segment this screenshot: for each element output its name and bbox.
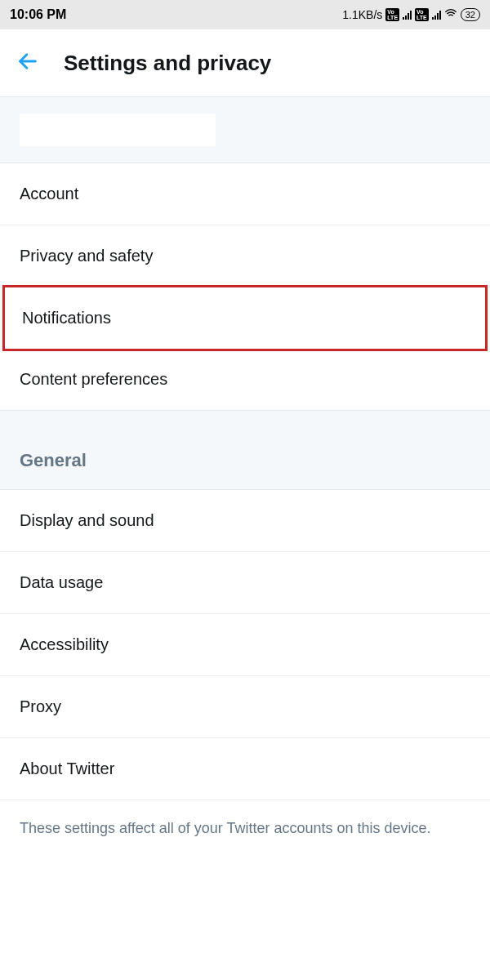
settings-item-about[interactable]: About Twitter: [0, 738, 490, 800]
signal-bars-icon-1: [403, 10, 412, 20]
network-speed: 1.1KB/s: [342, 8, 382, 21]
username-section: [0, 96, 490, 163]
settings-item-display-sound[interactable]: Display and sound: [0, 490, 490, 552]
settings-item-privacy[interactable]: Privacy and safety: [0, 225, 490, 287]
settings-item-content-preferences[interactable]: Content preferences: [0, 349, 490, 410]
wifi-icon: [444, 7, 457, 23]
settings-item-notifications[interactable]: Notifications: [2, 285, 488, 351]
status-bar: 10:06 PM 1.1KB/s VoLTE VoLTE 32: [0, 0, 490, 29]
volte-icon-2: VoLTE: [415, 8, 429, 21]
status-indicators: 1.1KB/s VoLTE VoLTE 32: [342, 7, 480, 23]
footer-note: These settings affect all of your Twitte…: [0, 800, 490, 857]
back-arrow-icon[interactable]: [16, 50, 39, 76]
settings-list-1: Account Privacy and safety Notifications…: [0, 163, 490, 410]
status-time: 10:06 PM: [10, 7, 66, 22]
settings-item-data-usage[interactable]: Data usage: [0, 552, 490, 614]
page-title: Settings and privacy: [64, 51, 271, 76]
volte-icon-1: VoLTE: [385, 8, 399, 21]
section-header-general: General: [0, 410, 490, 490]
username-placeholder: [20, 114, 216, 146]
app-header: Settings and privacy: [0, 29, 490, 96]
signal-bars-icon-2: [432, 10, 441, 20]
settings-list-2: Display and sound Data usage Accessibili…: [0, 490, 490, 800]
settings-item-account[interactable]: Account: [0, 163, 490, 225]
settings-item-proxy[interactable]: Proxy: [0, 676, 490, 738]
settings-item-accessibility[interactable]: Accessibility: [0, 614, 490, 676]
battery-icon: 32: [461, 8, 480, 21]
